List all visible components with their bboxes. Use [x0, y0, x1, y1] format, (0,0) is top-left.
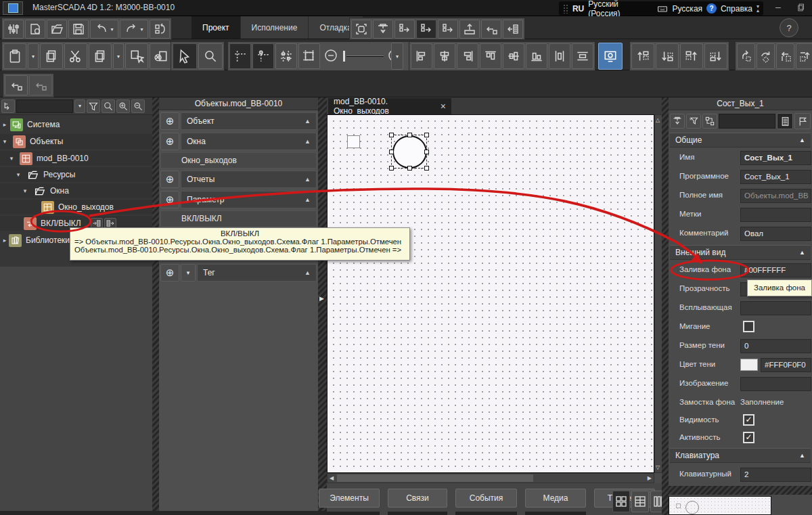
resize-handle-se[interactable]	[424, 166, 429, 171]
zoom-out-button[interactable]	[321, 43, 342, 69]
scroll-down-icon[interactable]: ▽	[656, 464, 660, 470]
collapse-icon[interactable]: ▲	[304, 118, 311, 125]
redo-dropdown[interactable]: ▾	[140, 26, 143, 32]
tab-runtime[interactable]: Исполнение	[241, 16, 309, 39]
collapse-icon[interactable]: ▲	[799, 137, 805, 143]
tree-sort-button[interactable]	[1, 99, 15, 113]
collapse-icon[interactable]: ▲	[799, 452, 805, 459]
prop-link-button[interactable]	[702, 114, 717, 129]
resize-handle-w[interactable]	[389, 150, 394, 154]
expander-icon[interactable]: ▾	[1, 138, 8, 145]
delete-button[interactable]	[150, 43, 173, 69]
scroll-left-icon[interactable]: ◀	[330, 475, 334, 481]
prop-sort-button[interactable]	[686, 114, 701, 129]
tab-links[interactable]: Связи	[388, 489, 447, 508]
align-middle-v-button[interactable]	[503, 43, 524, 69]
bring-to-front-button[interactable]	[631, 43, 654, 69]
shadow-color-swatch[interactable]	[740, 359, 758, 371]
splitter-object-canvas[interactable]: ▶	[318, 97, 327, 515]
panel-collapse-arrow[interactable]: ▶	[319, 295, 324, 302]
rotate-right-button[interactable]	[737, 43, 755, 69]
tree-find-button[interactable]	[102, 99, 115, 113]
item-on-off[interactable]: ВКЛ/ВЫКЛ	[160, 210, 317, 227]
visibility-checkbox[interactable]: ✓	[743, 414, 754, 426]
tree-item-system[interactable]: ▸ Система	[0, 117, 152, 132]
duplicate-button[interactable]	[89, 43, 112, 69]
langbar-options-button[interactable]: ▾▴	[757, 5, 759, 13]
resize-handle-e[interactable]	[424, 150, 429, 154]
copy-button[interactable]	[40, 43, 63, 69]
add-report-button[interactable]: ⊕	[160, 171, 179, 188]
distribute-h-button[interactable]	[549, 43, 570, 69]
language-bar[interactable]: RU Русский (Россия) Русская ? Справка ▾▴	[559, 1, 763, 16]
tab-project[interactable]: Проект	[191, 16, 241, 39]
splitter-tree-object[interactable]	[152, 97, 159, 515]
expander-icon[interactable]: ▾	[15, 171, 22, 178]
canvas-ellipse-element[interactable]	[392, 135, 427, 169]
scroll-up-icon[interactable]: △	[656, 117, 660, 123]
export-tree-button[interactable]	[394, 20, 415, 39]
comment-input[interactable]: Овал	[740, 227, 811, 241]
send-backward-button[interactable]	[704, 43, 727, 69]
collapse-icon[interactable]: ▲	[799, 249, 805, 256]
collapse-icon[interactable]: ▲	[304, 176, 311, 183]
tree-find-up-button[interactable]	[116, 99, 130, 113]
align-top-button[interactable]	[480, 43, 501, 69]
tree-search-input[interactable]	[16, 99, 73, 113]
import-button[interactable]	[459, 20, 480, 39]
bg-fill-input[interactable]: #00FFFFFF	[740, 263, 811, 277]
zoom-slider[interactable]	[343, 43, 384, 69]
tab-events[interactable]: События	[455, 489, 517, 508]
refresh-project-button[interactable]	[150, 20, 170, 39]
open-project-button[interactable]	[47, 20, 67, 39]
layout-table-button[interactable]	[631, 491, 649, 512]
tag-options-button[interactable]: ▾	[181, 264, 196, 282]
resize-handle-s[interactable]	[407, 166, 412, 171]
resize-handle-n[interactable]	[407, 133, 412, 137]
collapse-icon[interactable]: ▲	[304, 269, 311, 276]
popup-input[interactable]	[740, 301, 811, 315]
canvas-tab[interactable]: mod_BB-0010. Окно_выходов ×	[328, 98, 451, 114]
image-input[interactable]	[740, 377, 811, 391]
paste-dropdown[interactable]: ▾	[28, 43, 39, 69]
minimize-button[interactable]: –	[775, 1, 781, 12]
select-copy-button[interactable]	[125, 43, 148, 69]
expander-icon[interactable]: ▸	[1, 121, 8, 128]
splitter-properties-preview[interactable]	[669, 486, 812, 495]
add-object-button[interactable]: ⊕	[160, 112, 179, 130]
project-settings-button[interactable]	[25, 20, 45, 39]
resize-handle-ne[interactable]	[424, 133, 429, 137]
save-button[interactable]	[68, 20, 89, 39]
attach-left-2-button[interactable]	[29, 75, 52, 95]
prop-flag-button[interactable]	[794, 113, 811, 129]
restore-button[interactable]	[796, 3, 807, 12]
tree-search-dropdown[interactable]: ▾	[74, 99, 85, 113]
show-grid-button[interactable]	[229, 43, 251, 69]
bg-tile-value[interactable]: Заполнение	[740, 398, 784, 406]
shadow-size-input[interactable]: 0	[740, 339, 811, 353]
close-tab-icon[interactable]: ×	[441, 101, 446, 112]
section-object-bar[interactable]: Объект▲	[181, 112, 317, 130]
canvas-hscrollbar[interactable]: ◀ ▶	[327, 473, 654, 483]
export-tree-2-button[interactable]	[416, 20, 436, 39]
tree-item-objects[interactable]: ▾ Объекты	[0, 134, 152, 149]
collapse-icon[interactable]: ▲	[304, 196, 311, 203]
group-appearance[interactable]: Внешний вид▲	[670, 245, 811, 260]
export-tree-3-button[interactable]	[438, 20, 458, 39]
move-up-button[interactable]	[796, 43, 812, 69]
align-right-button[interactable]	[457, 43, 478, 69]
redo-button[interactable]: ▾	[120, 20, 148, 39]
section-parameter-bar[interactable]: Параметр▲	[181, 191, 317, 208]
dock-left-button[interactable]	[481, 20, 501, 39]
scroll-right-icon[interactable]: ▶	[648, 475, 652, 481]
app-menu-button[interactable]	[3, 1, 23, 15]
language-name[interactable]: Русский (Россия)	[588, 0, 652, 18]
hscroll-thumb[interactable]	[337, 474, 533, 482]
splitter-canvas-properties[interactable]	[662, 97, 669, 515]
prop-filter-input[interactable]	[719, 114, 775, 129]
add-parameter-button[interactable]: ⊕	[160, 191, 179, 208]
keyboard-layout[interactable]: Русская	[673, 4, 703, 14]
collapse-icon[interactable]: ▲	[304, 138, 311, 145]
key-number-input[interactable]: 2	[740, 468, 811, 482]
zoom-options-dropdown[interactable]: ▾	[391, 43, 403, 70]
